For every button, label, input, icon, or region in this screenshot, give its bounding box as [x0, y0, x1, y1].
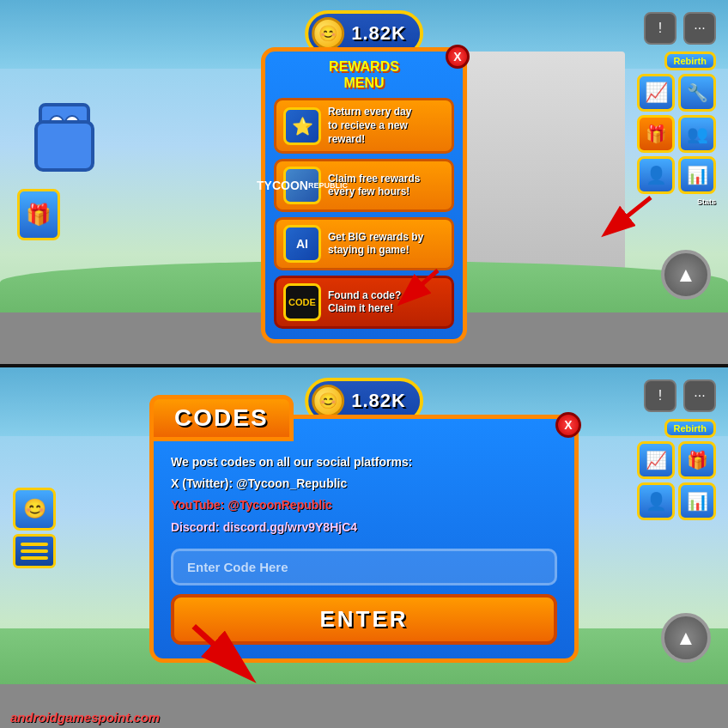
sidebar-icon-2[interactable]: 🔧 [678, 74, 716, 112]
sidebar-icon-2-glyph: 🔧 [687, 82, 708, 103]
rewards-menu: REWARDS MENU X ⭐ Return every day to rec… [261, 47, 467, 343]
arrow-up-icon-top: ▲ [676, 263, 696, 287]
exclaim-icon-bot: ! [658, 388, 662, 403]
gift-sidebar-btn[interactable]: 🎁 [637, 115, 675, 153]
rewards-title: REWARDS MENU [274, 58, 454, 91]
code-input-row[interactable]: Enter Code Here [171, 549, 557, 585]
reward-thumb-1: ⭐ [283, 107, 321, 145]
social-line-3: YouTube: @TycoonRepublic [171, 498, 332, 512]
chart-icon-bot: 📈 [646, 450, 667, 470]
sidebar-icon-5[interactable]: 👤 [637, 156, 675, 194]
exclaim-icon-top: ! [658, 21, 662, 36]
social-line-1: We post codes on all our social platform… [171, 455, 412, 469]
sidebar-icon-6-glyph: 📊 [687, 165, 708, 185]
codes-panel: CODES X We post codes on all our social … [149, 415, 579, 663]
reward-text-2: Claim free rewards every few hours! [328, 173, 420, 199]
bottom-half: 😊 😊 1.82K ! ··· Rebirth 📈 🎁 [0, 367, 728, 728]
top-right-icons: ! ··· [644, 12, 716, 45]
social-line-2: X (Twitter): @Tycoon_Republic [171, 476, 347, 490]
coin-icon-top: 😊 [312, 17, 344, 50]
codes-body: We post codes on all our social platform… [154, 419, 574, 658]
stats-chart-btn-bot[interactable]: 📈 [637, 441, 675, 479]
sidebar-grid-top: 📈 🔧 🎁 👥 👤 📊 [637, 74, 716, 194]
bot-line-3 [21, 556, 48, 560]
coin-value-top: 1.82K [351, 22, 406, 45]
notification-btn-bot[interactable]: ! [644, 379, 676, 412]
codes-close-btn[interactable]: X [555, 412, 581, 438]
reward-thumb-4: CODE [283, 283, 321, 321]
sidebar-icon-4-bot-glyph: 📊 [687, 491, 708, 512]
code-input-placeholder: Enter Code Here [187, 560, 288, 574]
top-right-icons-bot: ! ··· [644, 379, 716, 412]
chart-icon: 📈 [645, 82, 668, 104]
gift-sidebar-icon: 🎁 [646, 124, 667, 144]
more-btn-bot[interactable]: ··· [683, 379, 716, 412]
coin-value-bot: 1.82K [351, 390, 406, 412]
scroll-up-btn-bot[interactable]: ▲ [661, 613, 711, 663]
right-sidebar-top: Rebirth 📈 🔧 🎁 👥 👤 📊 Stats [637, 52, 716, 206]
reward-thumb-3: AI [283, 225, 321, 263]
reward-thumb-2: TYCOONREPUBLIC [283, 167, 321, 204]
bot-char-icon: 😊 [13, 488, 56, 531]
codes-social-text: We post codes on all our social platform… [171, 452, 557, 538]
sidebar-icon-4-glyph: 👥 [687, 124, 708, 144]
reward-text-1: Return every day to recieve a new reward… [328, 106, 411, 146]
sidebar-icon-3-bot-glyph: 👤 [646, 491, 667, 512]
top-half: 🎁 😊 1.82K ! ··· Rebirth 📈 🔧 🎁 [0, 0, 728, 364]
left-gift-icon: 🎁 [17, 189, 60, 240]
sidebar-icon-4-bot[interactable]: 📊 [678, 482, 716, 520]
rewards-close-btn[interactable]: X [446, 45, 470, 69]
reward-item-daily[interactable]: ⭐ Return every day to recieve a new rewa… [274, 98, 454, 154]
scroll-up-btn-top[interactable]: ▲ [661, 250, 711, 300]
dots-icon-top: ··· [694, 21, 705, 36]
bot-line-2 [21, 549, 48, 553]
social-line-4: Discord: discord.gg/wrv9Y8HjC4 [171, 520, 357, 534]
enter-btn[interactable]: ENTER [171, 594, 557, 645]
sidebar-icon-6[interactable]: 📊 [678, 156, 716, 194]
more-btn-top[interactable]: ··· [683, 12, 716, 45]
right-sidebar-bot: Rebirth 📈 🎁 👤 📊 [637, 419, 716, 520]
stats-chart-btn[interactable]: 📈 [637, 74, 675, 112]
sidebar-icon-2-bot[interactable]: 🎁 [678, 441, 716, 479]
rebirth-btn-bot[interactable]: Rebirth [664, 419, 717, 438]
reward-item-claim[interactable]: TYCOONREPUBLIC Claim free rewards every … [274, 159, 454, 212]
stats-label-top: Stats [697, 197, 716, 206]
sidebar-icon-4[interactable]: 👥 [678, 115, 716, 153]
sidebar-icon-2-bot-glyph: 🎁 [687, 450, 708, 470]
codes-header: CODES [149, 395, 294, 441]
rebirth-btn-top[interactable]: Rebirth [664, 52, 717, 70]
bot-line-1 [21, 543, 48, 546]
notification-btn-top[interactable]: ! [644, 12, 676, 45]
robot-body [34, 120, 94, 172]
bot-char-lines [13, 534, 56, 568]
watermark: androidgamespoint.com [10, 710, 160, 725]
robot-character [26, 103, 103, 189]
dots-icon-bot: ··· [694, 388, 705, 403]
reward-text-3: Get BIG rewards by staying in game! [328, 231, 423, 258]
arrow-up-icon-bot: ▲ [676, 626, 696, 650]
reward-text-4: Found a code? Claim it here! [328, 289, 401, 316]
left-bot-char: 😊 [13, 488, 56, 568]
reward-item-code[interactable]: CODE Found a code? Claim it here! [274, 276, 454, 329]
reward-item-stay[interactable]: AI Get BIG rewards by staying in game! [274, 217, 454, 270]
sidebar-grid-bot: 📈 🎁 👤 📊 [637, 441, 716, 520]
coin-icon-bot: 😊 [312, 385, 344, 417]
sidebar-icon-5-glyph: 👤 [646, 165, 667, 185]
wall-bg [453, 52, 625, 292]
sidebar-icon-3-bot[interactable]: 👤 [637, 482, 675, 520]
